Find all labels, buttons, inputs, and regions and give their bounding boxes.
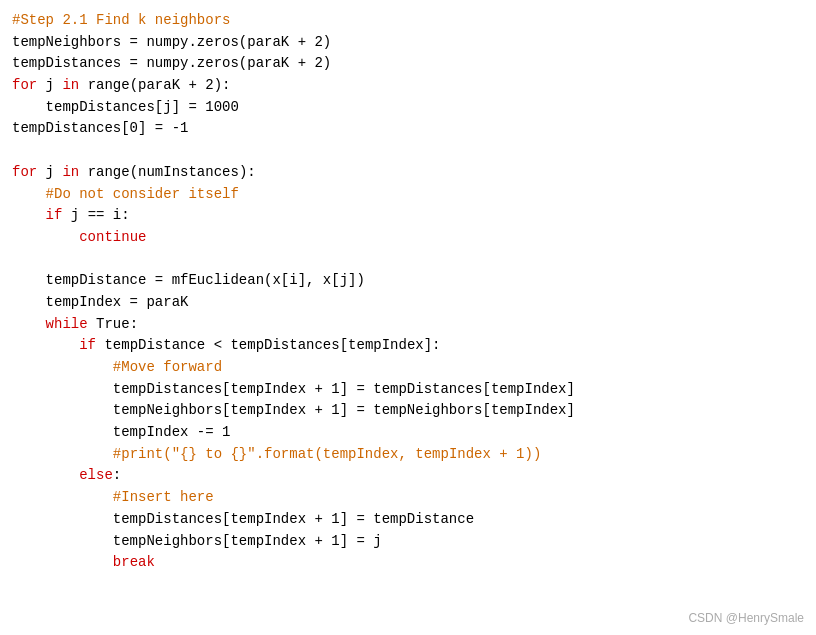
code-token: j == i: — [62, 207, 129, 223]
code-token — [12, 446, 113, 462]
code-token: tempDistances[0] = -1 — [12, 120, 188, 136]
code-token: tempNeighbors[tempIndex + 1] = tempNeigh… — [12, 402, 575, 418]
code-line: if tempDistance < tempDistances[tempInde… — [12, 335, 804, 357]
code-token: tempDistances[tempIndex + 1] = tempDista… — [12, 511, 474, 527]
code-editor: #Step 2.1 Find k neighborstempNeighbors … — [0, 0, 816, 635]
code-token: #Insert here — [113, 489, 214, 505]
watermark: CSDN @HenrySmale — [688, 611, 804, 625]
code-token — [12, 467, 79, 483]
code-token: #print("{} to {}".format(tempIndex, temp… — [113, 446, 541, 462]
code-token — [12, 359, 113, 375]
code-token: tempDistance < tempDistances[tempIndex]: — [96, 337, 440, 353]
code-token: #Move forward — [113, 359, 222, 375]
code-token: range(paraK + 2): — [79, 77, 230, 93]
code-token: continue — [79, 229, 146, 245]
code-token — [12, 554, 113, 570]
code-token: #Step 2.1 Find k neighbors — [12, 12, 230, 28]
code-line: tempNeighbors[tempIndex + 1] = tempNeigh… — [12, 400, 804, 422]
code-line: tempDistances = numpy.zeros(paraK + 2) — [12, 53, 804, 75]
code-token: tempNeighbors[tempIndex + 1] = j — [12, 533, 382, 549]
code-line — [12, 140, 804, 162]
code-line: tempDistances[0] = -1 — [12, 118, 804, 140]
code-token: #Do not consider itself — [46, 186, 239, 202]
code-token — [12, 186, 46, 202]
code-token: j — [37, 164, 62, 180]
code-token — [12, 229, 79, 245]
code-line: break — [12, 552, 804, 574]
code-token — [12, 337, 79, 353]
code-token — [12, 489, 113, 505]
code-token: True: — [88, 316, 138, 332]
code-token: if — [46, 207, 63, 223]
code-token: tempDistance = mfEuclidean(x[i], x[j]) — [12, 272, 365, 288]
code-line: tempNeighbors = numpy.zeros(paraK + 2) — [12, 32, 804, 54]
code-line: continue — [12, 227, 804, 249]
code-line: tempDistances[tempIndex + 1] = tempDista… — [12, 379, 804, 401]
code-token: tempNeighbors = numpy.zeros(paraK + 2) — [12, 34, 331, 50]
code-token — [12, 207, 46, 223]
code-line: #print("{} to {}".format(tempIndex, temp… — [12, 444, 804, 466]
code-token: tempIndex -= 1 — [12, 424, 230, 440]
code-line: for j in range(numInstances): — [12, 162, 804, 184]
code-line: #Insert here — [12, 487, 804, 509]
code-line: else: — [12, 465, 804, 487]
code-line: #Move forward — [12, 357, 804, 379]
code-token: break — [113, 554, 155, 570]
code-token: if — [79, 337, 96, 353]
code-token: tempDistances[tempIndex + 1] = tempDista… — [12, 381, 575, 397]
code-token: for — [12, 164, 37, 180]
code-token: else — [79, 467, 113, 483]
code-line: tempIndex = paraK — [12, 292, 804, 314]
code-line: while True: — [12, 314, 804, 336]
code-token: range(numInstances): — [79, 164, 255, 180]
code-token: in — [62, 164, 79, 180]
code-token: in — [62, 77, 79, 93]
code-line: tempDistance = mfEuclidean(x[i], x[j]) — [12, 270, 804, 292]
code-token: tempIndex = paraK — [12, 294, 188, 310]
code-token: tempDistances[j] = 1000 — [12, 99, 239, 115]
code-token: for — [12, 77, 37, 93]
code-token: : — [113, 467, 121, 483]
code-line: tempIndex -= 1 — [12, 422, 804, 444]
code-token: while — [46, 316, 88, 332]
code-line: #Step 2.1 Find k neighbors — [12, 10, 804, 32]
code-token: tempDistances = numpy.zeros(paraK + 2) — [12, 55, 331, 71]
code-line: tempNeighbors[tempIndex + 1] = j — [12, 531, 804, 553]
code-token: j — [37, 77, 62, 93]
code-token — [12, 316, 46, 332]
code-content: #Step 2.1 Find k neighborstempNeighbors … — [12, 10, 804, 574]
code-line: tempDistances[j] = 1000 — [12, 97, 804, 119]
code-line: #Do not consider itself — [12, 184, 804, 206]
code-line: if j == i: — [12, 205, 804, 227]
code-line: for j in range(paraK + 2): — [12, 75, 804, 97]
code-line — [12, 249, 804, 271]
code-line: tempDistances[tempIndex + 1] = tempDista… — [12, 509, 804, 531]
